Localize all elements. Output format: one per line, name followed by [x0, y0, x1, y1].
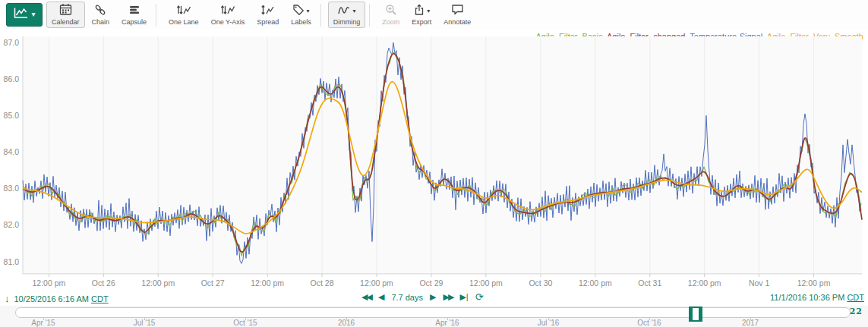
y-tick-label: 86.0	[4, 74, 20, 83]
timeline-tick-label: Jul '16	[538, 319, 560, 327]
x-tick-label: 12:00 pm	[579, 278, 612, 288]
x-tick-label: Nov 1	[749, 278, 770, 288]
export-icon	[413, 4, 425, 19]
toolbar-button-label: Dimming	[333, 18, 361, 26]
y-tick-label: 83.0	[4, 184, 20, 193]
x-tick-label: Oct 31	[638, 278, 661, 288]
toolbar-button-label: Calendar	[52, 18, 80, 26]
range-end-date[interactable]: 11/1/2016 10:36 PM CDT	[770, 293, 864, 302]
toolbar-button-label: Spread	[257, 18, 279, 26]
zoom-button: Zoom	[377, 2, 405, 28]
calendar-button[interactable]: Calendar	[46, 2, 85, 28]
y-tick-label: 85.0	[4, 111, 20, 120]
x-tick-label: Oct 30	[529, 278, 552, 288]
zoom-icon	[385, 4, 397, 19]
x-tick-label: Oct 29	[419, 278, 443, 288]
toolbar-button-label: Annotate	[443, 18, 471, 26]
y-tick-label: 84.0	[4, 147, 20, 156]
dimming-button[interactable]: ▾Dimming	[328, 2, 366, 28]
timeline-tick-label: 2017	[742, 319, 759, 327]
calendar-icon	[59, 3, 72, 19]
plot-background	[23, 36, 862, 274]
timeline-track[interactable]	[15, 307, 851, 318]
trend-chart-area[interactable]: 12:00 pmOct 2612:00 pmOct 2712:00 pmOct …	[0, 30, 868, 292]
toolbar-group: Zoom▾ExportAnnotate	[376, 2, 477, 27]
toolbar-button-label: Chain	[92, 18, 110, 26]
timeline-tick-label: Oct '16	[637, 319, 661, 327]
y-tick-label: 81.0	[4, 257, 20, 266]
timeline-grip-icon[interactable]: 22	[850, 307, 863, 316]
x-tick-label: 12:00 pm	[251, 278, 284, 288]
range-start-date[interactable]: 10/25/2016 6:16 AM CDT	[14, 294, 109, 303]
toolbar-group: CalendarChainCapsule	[46, 2, 153, 27]
timeline-tick-label: Oct '15	[233, 319, 257, 327]
jump-forward-icon[interactable]: ▶▶	[443, 292, 453, 302]
annotate-icon	[451, 4, 464, 18]
range-end-timezone[interactable]: CDT	[847, 293, 864, 302]
range-step-controls: ◀◀ ◀ 7.7 days ▶ ▶▶ ▶| ⟳	[361, 292, 484, 302]
refresh-icon[interactable]: ⟳	[475, 293, 484, 301]
trend-plot[interactable]: 12:00 pmOct 2612:00 pmOct 2712:00 pmOct …	[0, 30, 868, 292]
spread-button[interactable]: Spread	[251, 2, 284, 28]
y-tick-label: 82.0	[4, 220, 20, 229]
one-y-axis-icon	[220, 4, 235, 19]
x-tick-label: 12:00 pm	[469, 278, 503, 288]
arrow-down-icon[interactable]: ↓	[5, 293, 10, 304]
dimming-icon	[337, 5, 351, 18]
chevron-down-icon: ▾	[427, 8, 430, 14]
trend-view-dropdown-button[interactable]: ▾	[6, 3, 43, 27]
toolbar-button-label: One Lane	[169, 18, 199, 26]
chain-icon	[94, 4, 106, 19]
timeline-tick-label: Apr '16	[435, 319, 459, 327]
toolbar-group: One LaneOne Y-AxisSpread▾Labels	[163, 2, 317, 27]
x-tick-label: Oct 26	[92, 278, 115, 288]
toolbar-separator	[156, 4, 156, 27]
x-tick-label: 12:00 pm	[141, 278, 175, 288]
one-lane-button[interactable]: One Lane	[163, 2, 204, 28]
chain-button[interactable]: Chain	[87, 2, 115, 28]
workbench-trend-view: ▾ CalendarChainCapsuleOne LaneOne Y-Axis…	[0, 0, 868, 327]
toolbar-separator	[369, 4, 370, 27]
labels-icon	[292, 4, 305, 18]
step-to-end-icon[interactable]: ▶|	[459, 292, 468, 302]
toolbar-button-label: Capsule	[122, 18, 147, 26]
display-range-bar: ↓ 10/25/2016 6:16 AM CDT ◀◀ ◀ 7.7 days ▶…	[0, 291, 868, 306]
x-tick-label: 12:00 pm	[360, 278, 393, 288]
spread-icon	[260, 4, 275, 19]
export-button[interactable]: ▾Export	[406, 2, 437, 28]
timeline-tick-label: Apr '15	[31, 319, 55, 327]
toolbar-button-label: Zoom	[382, 18, 399, 26]
x-tick-label: 12:00 pm	[32, 278, 65, 288]
investigate-timeline: 22 Apr '15Jul '15Oct '152016Apr '16Jul '…	[0, 306, 868, 327]
x-tick-label: Oct 28	[311, 278, 334, 288]
step-forward-icon[interactable]: ▶	[430, 292, 436, 302]
x-tick-label: Oct 27	[201, 278, 225, 288]
x-tick-label: 12:00 pm	[688, 278, 721, 288]
one-y-axis-button[interactable]: One Y-Axis	[206, 2, 251, 28]
trend-toolbar: ▾ CalendarChainCapsuleOne LaneOne Y-Axis…	[0, 0, 868, 29]
capsule-icon	[128, 4, 140, 19]
y-tick-label: 87.0	[4, 38, 20, 47]
toolbar-button-label: Export	[412, 18, 431, 26]
chevron-down-icon: ▾	[31, 11, 35, 18]
labels-button[interactable]: ▾Labels	[286, 2, 317, 28]
duration-value[interactable]: 7.7 days	[391, 293, 423, 302]
toolbar-group: ▾Dimming	[327, 2, 367, 27]
chevron-down-icon: ▾	[352, 8, 355, 14]
toolbar-button-label: One Y-Axis	[211, 18, 245, 26]
step-back-icon[interactable]: ◀	[378, 292, 384, 302]
range-start: ↓ 10/25/2016 6:16 AM CDT	[5, 293, 109, 304]
toolbar-separator	[320, 4, 321, 27]
timeline-tick-label: Jul '15	[134, 319, 156, 327]
x-tick-label: 12:00 pm	[797, 278, 831, 288]
toolbar-button-label: Labels	[291, 18, 311, 26]
trend-chart-icon	[13, 7, 30, 23]
jump-back-icon[interactable]: ◀◀	[361, 292, 371, 302]
chevron-down-icon: ▾	[306, 8, 309, 14]
capsule-button[interactable]: Capsule	[116, 2, 152, 28]
annotate-button[interactable]: Annotate	[438, 2, 476, 28]
range-start-timezone[interactable]: CDT	[91, 294, 109, 303]
range-end: 11/1/2016 10:36 PM CDT	[770, 293, 864, 302]
one-lane-icon	[176, 4, 191, 19]
timeline-range-handle[interactable]	[689, 307, 702, 322]
